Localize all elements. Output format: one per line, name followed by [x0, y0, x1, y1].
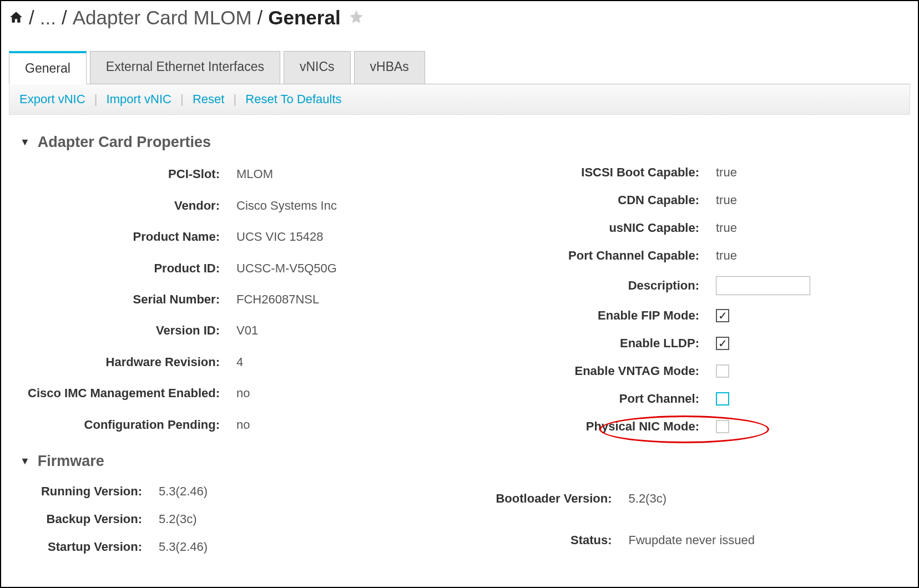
section-header-adapter[interactable]: ▼ Adapter Card Properties: [20, 134, 899, 151]
value-pci-slot: MLOM: [236, 167, 381, 181]
section-title: Firmware: [38, 453, 104, 470]
checkbox-port-channel[interactable]: [716, 392, 729, 405]
breadcrumb-sep: /: [257, 7, 263, 29]
action-reset[interactable]: Reset: [193, 92, 224, 106]
value-cfg-pending: no: [236, 418, 381, 432]
value-backup: 5.2(3c): [159, 512, 303, 526]
action-import-vnic[interactable]: Import vNIC: [107, 92, 171, 106]
label-pci-slot: PCI-Slot:: [20, 167, 220, 181]
label-fip: Enable FIP Mode:: [533, 308, 699, 323]
breadcrumb: / ... / Adapter Card MLOM / General: [9, 7, 910, 29]
label-hw-rev: Hardware Revision:: [20, 355, 220, 369]
value-product-id: UCSC-M-V5Q50G: [236, 261, 381, 276]
value-imc: no: [236, 386, 381, 401]
value-hw-rev: 4: [236, 355, 381, 369]
value-iscsi: true: [716, 165, 810, 180]
tabs: General External Ethernet Interfaces vNI…: [9, 51, 910, 84]
value-usnic: true: [716, 221, 810, 235]
section-header-firmware[interactable]: ▼ Firmware: [20, 453, 899, 470]
label-backup: Backup Version:: [20, 512, 142, 526]
label-cdn: CDN Capable:: [533, 193, 699, 207]
highlight-physical-nic: [716, 420, 810, 433]
label-vntag: Enable VNTAG Mode:: [533, 364, 699, 378]
breadcrumb-sep: /: [29, 7, 34, 29]
label-cfg-pending: Configuration Pending:: [20, 418, 220, 432]
label-version-id: Version ID:: [20, 323, 220, 338]
breadcrumb-ellipsis[interactable]: ...: [40, 7, 56, 29]
favorite-star-icon[interactable]: [343, 7, 364, 29]
value-serial: FCH26087NSL: [236, 292, 381, 307]
tab-vhbas[interactable]: vHBAs: [354, 51, 425, 84]
label-running: Running Version:: [20, 484, 142, 499]
value-running: 5.3(2.46): [159, 484, 303, 499]
action-bar: Export vNIC | Import vNIC | Reset | Rese…: [9, 84, 910, 115]
action-reset-defaults[interactable]: Reset To Defaults: [245, 92, 341, 106]
label-lldp: Enable LLDP:: [533, 336, 699, 351]
value-product-name: UCS VIC 15428: [236, 230, 381, 244]
section-firmware: ▼ Firmware Running Version: 5.3(2.46) Ba…: [9, 453, 910, 554]
checkbox-lldp[interactable]: [716, 337, 729, 350]
label-iscsi: ISCSI Boot Capable:: [533, 165, 699, 180]
action-export-vnic[interactable]: Export vNIC: [19, 92, 85, 106]
section-adapter-properties: ▼ Adapter Card Properties PCI-Slot: MLOM…: [9, 134, 910, 434]
value-startup: 5.3(2.46): [159, 540, 303, 554]
collapse-icon: ▼: [20, 136, 30, 148]
value-pcc: true: [716, 249, 810, 263]
checkbox-vntag[interactable]: [716, 364, 729, 378]
label-usnic: usNIC Capable:: [533, 221, 699, 235]
label-pnic: Physical NIC Mode:: [533, 419, 699, 434]
collapse-icon: ▼: [20, 455, 30, 467]
home-icon[interactable]: [9, 7, 23, 29]
breadcrumb-sep: /: [62, 7, 67, 29]
checkbox-physical-nic[interactable]: [716, 420, 729, 433]
label-imc: Cisco IMC Management Enabled:: [20, 386, 220, 401]
value-status: Fwupdate never issued: [629, 533, 755, 548]
value-cdn: true: [716, 193, 810, 207]
label-vendor: Vendor:: [20, 199, 220, 213]
description-input[interactable]: [716, 276, 810, 295]
breadcrumb-prev[interactable]: Adapter Card MLOM: [73, 7, 252, 29]
tab-vnics[interactable]: vNICs: [284, 51, 351, 84]
tab-general[interactable]: General: [9, 51, 87, 84]
label-bootloader: Bootloader Version:: [468, 491, 612, 506]
label-status: Status:: [468, 533, 612, 548]
label-startup: Startup Version:: [20, 540, 142, 554]
tab-external-eth[interactable]: External Ethernet Interfaces: [90, 51, 280, 84]
checkbox-fip[interactable]: [716, 309, 729, 322]
value-version-id: V01: [236, 323, 381, 338]
label-product-name: Product Name:: [20, 230, 220, 244]
label-product-id: Product ID:: [20, 261, 220, 276]
value-bootloader: 5.2(3c): [629, 491, 755, 506]
label-description: Description:: [533, 278, 699, 293]
breadcrumb-current: General: [268, 7, 340, 29]
value-vendor: Cisco Systems Inc: [236, 199, 381, 213]
label-serial: Serial Number:: [20, 292, 220, 307]
section-title: Adapter Card Properties: [38, 134, 211, 151]
label-pcc: Port Channel Capable:: [533, 249, 699, 263]
label-portch: Port Channel:: [533, 392, 699, 406]
